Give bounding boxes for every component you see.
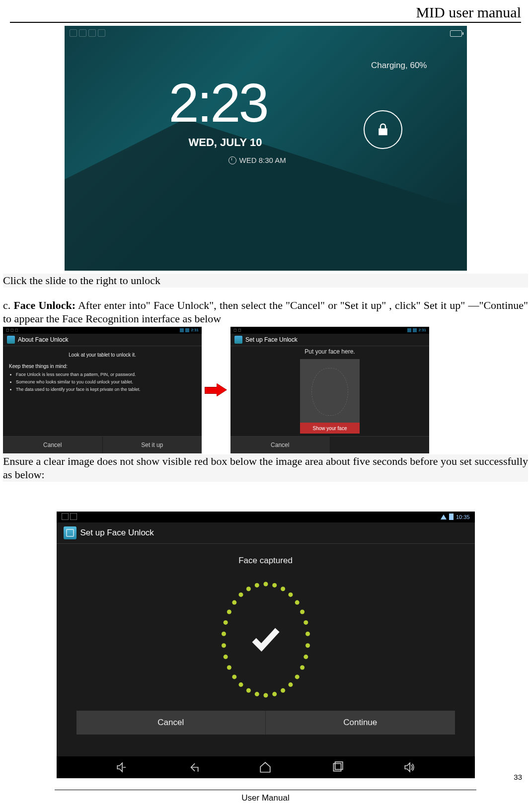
back-icon[interactable] — [187, 761, 200, 774]
svg-point-6 — [303, 620, 308, 624]
bullet-item: Face Unlock is less secure than a patter… — [16, 372, 196, 377]
svg-point-18 — [238, 682, 243, 687]
svg-point-1 — [272, 583, 277, 587]
status-right: 2:31 — [407, 328, 426, 332]
battery-icon — [450, 30, 462, 37]
face-oval-guide — [311, 368, 348, 416]
page-number: 33 — [514, 773, 522, 781]
about-face-unlock-screenshot: ◻ ◻ ◻ 2:31 About Face Unlock Look at you… — [3, 327, 202, 453]
panel-title: Set up Face Unlock — [80, 528, 154, 538]
face-captured-label: Face captured — [57, 544, 475, 566]
alarm-text: WED 8:30 AM — [239, 156, 286, 164]
cancel-button[interactable]: Cancel — [76, 711, 266, 735]
face-unlock-bold: Face Unlock: — [13, 299, 76, 311]
svg-point-10 — [300, 665, 304, 669]
svg-point-15 — [263, 693, 268, 697]
volume-up-icon[interactable] — [403, 761, 416, 774]
header-rule — [10, 22, 521, 23]
status-right: 10:35 — [441, 514, 470, 520]
svg-point-20 — [227, 665, 231, 669]
continue-button[interactable]: Continue — [265, 711, 455, 735]
svg-point-17 — [246, 688, 250, 692]
battery-icon — [449, 514, 454, 520]
svg-point-7 — [305, 631, 310, 636]
svg-point-21 — [223, 655, 228, 659]
svg-point-14 — [272, 692, 277, 696]
face-captured-oval — [219, 581, 313, 699]
face-unlock-app-icon — [64, 526, 76, 539]
svg-point-13 — [281, 688, 285, 692]
status-time: 2:31 — [418, 328, 426, 332]
set-it-up-button[interactable]: Set it up — [102, 437, 202, 453]
ensure-paragraph: Ensure a clear image does not show visib… — [3, 454, 528, 482]
home-icon[interactable] — [259, 761, 272, 774]
system-nav-bar — [57, 756, 475, 778]
recent-icon[interactable] — [331, 761, 344, 774]
status-bar — [70, 28, 462, 39]
svg-rect-30 — [334, 763, 341, 771]
camera-preview: Show your face — [300, 359, 360, 434]
cancel-button[interactable]: Cancel — [3, 437, 102, 453]
about-headline: Look at your tablet to unlock it. — [9, 352, 196, 358]
alarm-icon — [228, 156, 236, 164]
svg-point-19 — [232, 674, 236, 679]
svg-point-0 — [263, 582, 268, 586]
clock-date: WED, JULY 10 — [189, 136, 262, 149]
status-left-icons — [70, 29, 107, 38]
svg-point-27 — [238, 592, 243, 596]
face-unlock-app-icon — [7, 336, 15, 344]
panel-title: Set up Face Unlock — [245, 336, 298, 343]
panel-title: About Face Unlock — [18, 336, 68, 343]
checkmark-icon — [248, 621, 283, 658]
svg-point-28 — [246, 587, 250, 591]
arrow-right-icon — [205, 383, 228, 396]
svg-point-5 — [300, 609, 304, 614]
put-face-here-label: Put your face here. — [304, 348, 355, 355]
status-left-icons: ◻ ◻ ◻ — [6, 328, 18, 332]
footer-text: User Manual — [0, 793, 531, 803]
status-time: 2:31 — [191, 328, 199, 332]
bullet-item: The data used to identify your face is k… — [16, 387, 196, 392]
bullet-item: Someone who looks similar to you could u… — [16, 379, 196, 384]
keep-in-mind: Keep these things in mind: — [9, 364, 196, 369]
svg-point-12 — [288, 682, 293, 687]
show-your-face-banner: Show your face — [300, 423, 360, 434]
setup-face-unlock-screenshot: ◻ ◻ 2:31 Set up Face Unlock Put your fac… — [230, 327, 429, 453]
status-right-icons — [447, 30, 462, 37]
footer-rule — [55, 790, 476, 790]
lock-ring[interactable] — [364, 110, 402, 149]
svg-point-4 — [295, 600, 299, 604]
slide-unlock-text: Click the slide to the right to unlock — [3, 274, 528, 288]
volume-down-icon[interactable] — [115, 761, 128, 774]
alarm-indicator: WED 8:30 AM — [228, 156, 286, 164]
svg-point-3 — [288, 592, 293, 596]
disabled-button — [330, 437, 430, 453]
svg-point-11 — [295, 674, 299, 679]
wifi-icon — [441, 515, 447, 519]
svg-point-24 — [223, 620, 228, 624]
about-bullets: Face Unlock is less secure than a patter… — [9, 372, 196, 392]
status-left-icons: ◻ ◻ — [233, 328, 241, 332]
cancel-button[interactable]: Cancel — [230, 437, 330, 453]
charging-status: Charging, 60% — [371, 61, 427, 71]
doc-header-title: MID user manual — [2, 4, 521, 21]
svg-point-22 — [222, 643, 226, 648]
face-captured-screenshot: 10:35 Set up Face Unlock Face captured C… — [57, 512, 475, 778]
face-unlock-paragraph: c. Face Unlock: After enter into" Face U… — [3, 298, 528, 326]
svg-point-23 — [222, 631, 226, 636]
svg-point-26 — [232, 600, 236, 604]
svg-point-8 — [305, 643, 310, 648]
clock-time: 2:23 — [169, 75, 267, 130]
status-right: 2:31 — [180, 328, 199, 332]
svg-point-2 — [281, 587, 285, 591]
status-time: 10:35 — [456, 514, 470, 520]
lock-icon — [376, 122, 390, 137]
svg-rect-31 — [335, 762, 343, 769]
status-left-icons — [62, 513, 78, 521]
svg-point-9 — [303, 655, 308, 659]
svg-point-25 — [227, 609, 231, 614]
lockscreen-screenshot: Charging, 60% 2:23 WED, JULY 10 WED 8:30… — [65, 26, 467, 271]
svg-point-16 — [254, 692, 259, 696]
face-unlock-app-icon — [234, 336, 242, 344]
svg-point-29 — [254, 583, 259, 587]
